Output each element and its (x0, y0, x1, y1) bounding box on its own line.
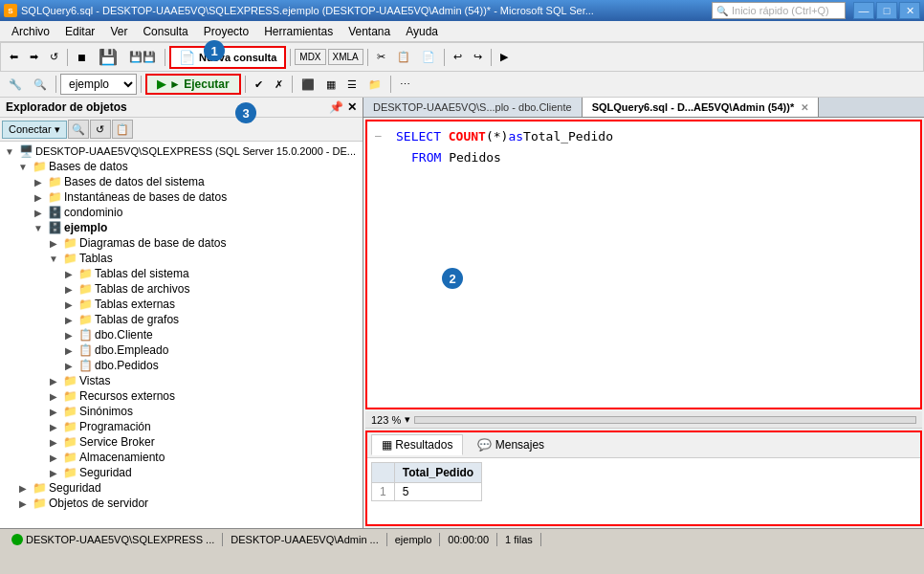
tb2-text[interactable]: ☰ (342, 76, 362, 94)
menu-consulta[interactable]: Consulta (135, 23, 195, 40)
tb2-extra[interactable]: ⋯ (395, 76, 415, 94)
tab-dbo-cliente[interactable]: DESKTOP-UAAE5VQ\S...plo - dbo.Cliente (363, 98, 583, 117)
tree-system-dbs[interactable]: ▶ 📁 Bases de datos del sistema (0, 174, 363, 189)
tb-back[interactable]: ⬅ (5, 48, 23, 66)
tb2-file[interactable]: 📁 (363, 76, 386, 94)
oe-summary[interactable]: 📋 (112, 120, 133, 139)
tb2-checkmark[interactable]: ✔ (250, 76, 268, 94)
tree-tablas-externas[interactable]: ▶ 📁 Tablas externas (0, 297, 363, 312)
window-title: SQLQuery6.sql - DESKTOP-UAAE5VQ\SQLEXPRE… (21, 5, 594, 16)
tb-copy[interactable]: 📋 (392, 48, 415, 66)
close-button[interactable]: ✕ (899, 2, 920, 19)
tb-save[interactable]: 💾 (94, 45, 122, 69)
sep3 (290, 49, 291, 66)
results-tab-mensajes[interactable]: 💬 Mensajes (467, 434, 555, 455)
tree-service-broker[interactable]: ▶ 📁 Service Broker (0, 434, 363, 450)
oe-connect-button[interactable]: Conectar ▾ (2, 121, 67, 139)
tb-more[interactable]: ▶ (495, 48, 513, 66)
ejecutar-label: ► Ejecutar (169, 77, 230, 91)
sinonimos-icon: 📁 (63, 405, 77, 418)
tree-vistas[interactable]: ▶ 📁 Vistas (0, 373, 363, 388)
menu-ayuda[interactable]: Ayuda (398, 23, 446, 40)
sep2 (165, 49, 165, 66)
tb-stop[interactable]: ⏹ (72, 49, 92, 66)
menu-ventana[interactable]: Ventana (341, 23, 398, 40)
menu-editar[interactable]: Editar (57, 23, 102, 40)
tb-mdx[interactable]: MDX (295, 49, 325, 65)
tb-redo[interactable]: ↪ (469, 48, 487, 66)
tree-tablas[interactable]: ▼ 📁 Tablas (0, 251, 363, 266)
menu-bar: Archivo Editar Ver Consulta Proyecto Her… (0, 21, 924, 42)
results-tab-resultados[interactable]: ▦ Resultados (371, 434, 463, 455)
tree-dbo-empleado[interactable]: ▶ 📋 dbo.Empleado (0, 342, 363, 358)
tree-objetos-servidor[interactable]: ▶ 📁 Objetos de servidor (0, 496, 363, 511)
oe-filter[interactable]: 🔍 (68, 120, 89, 139)
maximize-button[interactable]: □ (876, 2, 897, 19)
tree-databases[interactable]: ▼ 📁 Bases de datos (0, 159, 363, 174)
tree-server[interactable]: ▼ 🖥️ DESKTOP-UAAE5VQ\SQLEXPRESS (SQL Ser… (0, 144, 363, 159)
tree-ejemplo[interactable]: ▼ 🗄️ ejemplo (0, 220, 363, 235)
query-line-2: FROM Pedidos (375, 150, 913, 169)
vistas-icon: 📁 (63, 374, 77, 387)
tb-save-all[interactable]: 💾💾 (124, 48, 161, 66)
tb-forward[interactable]: ➡ (25, 48, 43, 66)
nueva-consulta-button[interactable]: 📄 Nueva consulta (169, 46, 286, 69)
tb2-more[interactable]: ⬛ (297, 76, 319, 94)
tree-seguridad-root[interactable]: ▶ 📁 Seguridad (0, 480, 363, 496)
oe-header: Explorador de objetos 📌 ✕ (0, 98, 363, 118)
tree-programacion[interactable]: ▶ 📁 Programación (0, 419, 363, 434)
status-admin: DESKTOP-UAAE5VQ\Admin ... (223, 533, 386, 546)
tb-xmla[interactable]: XMLA (328, 49, 363, 65)
col-total-pedido-header: Total_Pedido (394, 463, 481, 483)
dbo-pedidos-label: dbo.Pedidos (95, 359, 159, 372)
tree-dbo-cliente[interactable]: ▶ 📋 dbo.Cliente (0, 327, 363, 342)
editor-empty-area[interactable] (367, 273, 920, 408)
menu-proyecto[interactable]: Proyecto (196, 23, 256, 40)
tab-sqlquery6[interactable]: SQLQuery6.sql - D...AE5VQ\Admin (54))* ✕ (583, 98, 820, 117)
table-row: 15 (372, 483, 482, 501)
tb-cut[interactable]: ✂ (372, 48, 390, 66)
menu-herramientas[interactable]: Herramientas (256, 23, 341, 40)
tree-diagrams[interactable]: ▶ 📁 Diagramas de base de datos (0, 235, 363, 251)
tree-tablas-archivos[interactable]: ▶ 📁 Tablas de archivos (0, 281, 363, 297)
tb2-icon2[interactable]: 🔍 (29, 76, 52, 94)
ejecutar-button[interactable]: ▶ ► Ejecutar (145, 74, 241, 95)
tree-seguridad[interactable]: ▶ 📁 Seguridad (0, 465, 363, 480)
oe-close-icon[interactable]: ✕ (347, 100, 357, 114)
tablas-icon: 📁 (63, 252, 77, 265)
tree-tablas-sistema[interactable]: ▶ 📁 Tablas del sistema (0, 266, 363, 281)
tb2-grid[interactable]: ▦ (321, 76, 341, 94)
query-editor[interactable]: — SELECT COUNT (*) as Total_Pedido FROM (367, 121, 920, 273)
status-rows: 1 filas (497, 533, 541, 546)
tb-undo[interactable]: ↩ (449, 48, 467, 66)
zoom-bar: 123 % ▾ (365, 411, 922, 429)
status-bar: DESKTOP-UAAE5VQ\SQLEXPRESS ... DESKTOP-U… (0, 528, 924, 549)
diagrams-label: Diagramas de base de datos (79, 236, 226, 250)
tree-almacenamiento[interactable]: ▶ 📁 Almacenamiento (0, 450, 363, 465)
menu-archivo[interactable]: Archivo (4, 23, 57, 40)
tb2-parse[interactable]: ✗ (270, 76, 288, 94)
tree-dbo-pedidos[interactable]: ▶ 📋 dbo.Pedidos (0, 358, 363, 373)
tree-sinonimos[interactable]: ▶ 📁 Sinónimos (0, 404, 363, 419)
tb-refresh[interactable]: ↺ (45, 48, 63, 66)
oe-pin-icon[interactable]: 📌 (329, 100, 343, 114)
count-keyword: COUNT (449, 129, 486, 144)
tb-paste[interactable]: 📄 (417, 48, 440, 66)
seguridad-root-label: Seguridad (49, 481, 101, 495)
menu-ver[interactable]: Ver (102, 23, 135, 40)
quick-search[interactable]: Inicio rápido (Ctrl+Q) (732, 5, 829, 16)
title-bar: S SQLQuery6.sql - DESKTOP-UAAE5VQ\SQLEXP… (0, 0, 924, 21)
minimize-button[interactable]: — (853, 2, 874, 19)
database-select[interactable]: ejemplo (60, 74, 137, 95)
objetos-servidor-label: Objetos de servidor (49, 497, 148, 510)
tab-close-icon[interactable]: ✕ (801, 102, 808, 113)
oe-refresh[interactable]: ↺ (90, 120, 111, 139)
tree-condominio[interactable]: ▶ 🗄️ condominio (0, 205, 363, 220)
zoom-dropdown-icon[interactable]: ▾ (405, 413, 410, 426)
tb2-icon1[interactable]: 🔧 (4, 76, 27, 94)
tree-recursos[interactable]: ▶ 📁 Recursos externos (0, 388, 363, 404)
tree-tablas-grafos[interactable]: ▶ 📁 Tablas de grafos (0, 312, 363, 327)
tree-snapshots[interactable]: ▶ 📁 Instantáneas de bases de datos (0, 189, 363, 205)
recursos-label: Recursos externos (79, 389, 175, 403)
zoom-scrollbar[interactable] (414, 416, 916, 424)
